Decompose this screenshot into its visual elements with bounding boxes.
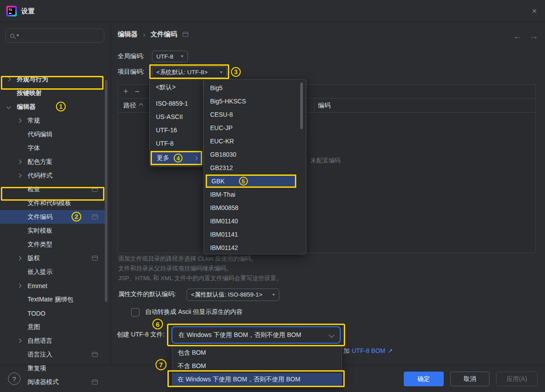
sidebar-item-todo[interactable]: TODO xyxy=(0,306,105,320)
sidebar-item-appearance-behavior[interactable]: 外观与行为 xyxy=(0,72,105,86)
table-hint-line-1: 添加文件或目录的路径并选择 CLion 应使用的编码。 xyxy=(118,254,257,264)
sidebar-item-label: 外观与行为 xyxy=(17,75,48,83)
sidebar-scrollbar[interactable] xyxy=(105,80,107,302)
sidebar-item-live-templates[interactable]: 实时模板 xyxy=(0,224,105,238)
sidebar-item-general[interactable]: 常规 xyxy=(0,114,105,127)
properties-encoding-label: 属性文件的默认编码: xyxy=(118,289,176,300)
sidebar-item-file-code-templates[interactable]: 文件和代码模板 xyxy=(0,196,105,210)
menu-item-more[interactable]: 更多 4 xyxy=(151,151,202,165)
menu-item-utf-16[interactable]: UTF-16 xyxy=(150,123,203,137)
sidebar-item-label: 代码样式 xyxy=(28,172,52,180)
menu-item-no-bom[interactable]: 不含 BOM xyxy=(172,360,342,373)
menu-item-iso-8859-1[interactable]: ISO-8859-1 xyxy=(150,97,203,110)
menu-item-big5[interactable]: Big5 xyxy=(204,81,306,95)
menu-item-cesu-8[interactable]: CESU-8 xyxy=(204,108,306,121)
menu-item-utf-8[interactable]: UTF-8 xyxy=(150,137,203,150)
menu-item-ibm-thai[interactable]: IBM-Thai xyxy=(204,188,306,201)
sidebar-item-language-injections[interactable]: 语言注入 xyxy=(0,348,105,361)
menu-item-gb18030[interactable]: GB18030 xyxy=(204,148,306,161)
menu-item-ibm01142[interactable]: IBM01142 xyxy=(204,241,306,254)
menu-item-big5-hkscs[interactable]: Big5-HKSCS xyxy=(204,95,306,108)
menu-item-ibm01141[interactable]: IBM01141 xyxy=(204,228,306,241)
ide-settings-icon xyxy=(92,352,98,357)
sidebar-item-textmate-bundles[interactable]: TextMate 捆绑包 xyxy=(0,293,105,306)
sidebar-item-inspections[interactable]: 检查 xyxy=(0,182,105,196)
back-arrow-icon[interactable]: ← xyxy=(513,31,522,41)
ide-settings-icon xyxy=(183,32,188,37)
cancel-button[interactable]: 取消 xyxy=(450,372,489,386)
global-encoding-select[interactable]: UTF-8 xyxy=(152,51,188,62)
bom-select[interactable]: 在 Windows 下使用 BOM，否则不使用 BOM xyxy=(171,326,341,344)
chevron-down-icon xyxy=(329,332,334,338)
annotation-2: 2 xyxy=(72,212,81,222)
project-encoding-label: 项目编码: xyxy=(118,66,144,78)
bom-options-menu: 包含 BOM 不含 BOM 在 Windows 下使用 BOM，否则不使用 BO… xyxy=(172,346,342,387)
search-history-chevron-icon[interactable] xyxy=(16,35,19,36)
sidebar-item-file-encodings[interactable]: 文件编码 2 xyxy=(0,210,105,224)
dropdown-arrow-icon xyxy=(181,55,183,57)
column-header-path[interactable]: 路径 xyxy=(118,102,143,110)
apply-button[interactable]: 应用(A) xyxy=(496,372,537,386)
sidebar-item-label: 意图 xyxy=(28,323,40,331)
sidebar-item-label: 文件编码 xyxy=(28,213,52,221)
sidebar-item-font[interactable]: 字体 xyxy=(0,141,105,155)
sidebar-item-label: 按键映射 xyxy=(17,89,42,97)
remove-icon[interactable]: − xyxy=(135,87,140,96)
help-button[interactable]: ? xyxy=(8,372,20,385)
sidebar-item-code-style[interactable]: 代码样式 xyxy=(0,169,105,182)
close-icon[interactable]: × xyxy=(528,5,541,17)
ide-settings-icon xyxy=(92,256,98,261)
chevron-right-icon xyxy=(17,119,22,123)
submenu-scrollbar[interactable] xyxy=(300,83,303,129)
ide-settings-icon xyxy=(92,214,98,219)
ok-button[interactable]: 确定 xyxy=(404,372,444,386)
sidebar-item-label: TextMate 捆绑包 xyxy=(28,296,73,304)
menu-item-ibm00858[interactable]: IBM00858 xyxy=(204,201,306,214)
bom-link[interactable]: UTF-8 BOM xyxy=(352,347,385,355)
menu-item-us-ascii[interactable]: US-ASCII xyxy=(150,110,203,123)
search-input[interactable] xyxy=(5,28,104,43)
annotation-3: 3 xyxy=(231,67,241,77)
project-encoding-select[interactable]: <系统默认: UTF-8> xyxy=(152,67,227,78)
properties-encoding-select[interactable]: <属性默认值: ISO-8859-1> xyxy=(187,289,279,301)
sidebar-item-label: 检查 xyxy=(28,186,40,194)
transliterate-label: 自动转换成 Ascii 但显示原生的内容 xyxy=(145,306,243,318)
chevron-right-icon xyxy=(17,160,22,164)
chevron-right-icon xyxy=(17,174,22,178)
add-icon[interactable]: + xyxy=(123,87,128,96)
sidebar-item-keymap[interactable]: 按键映射 xyxy=(0,86,105,100)
menu-item-default[interactable]: <默认> xyxy=(150,81,203,94)
menu-item-ibm01140[interactable]: IBM01140 xyxy=(204,214,306,228)
sidebar-item-natural-languages[interactable]: 自然语言 xyxy=(0,334,105,348)
column-header-encoding[interactable]: 编码 xyxy=(318,102,330,110)
sidebar-item-copyright[interactable]: 版权 xyxy=(0,251,105,265)
annotation-6: 6 xyxy=(152,319,163,329)
sidebar-item-emmet[interactable]: Emmet xyxy=(0,279,105,293)
menu-item-with-bom[interactable]: 包含 BOM xyxy=(172,346,342,360)
properties-encoding-value: <属性默认值: ISO-8859-1> xyxy=(191,291,263,299)
bom-link-prefix: 加 xyxy=(343,347,350,355)
sidebar-item-color-scheme[interactable]: 配色方案 xyxy=(0,155,105,169)
sidebar-item-file-types[interactable]: 文件类型 xyxy=(0,238,105,251)
menu-item-bom-windows-only[interactable]: 在 Windows 下使用 BOM，否则不使用 BOM xyxy=(172,373,342,386)
menu-item-euc-jp[interactable]: EUC-JP xyxy=(204,121,306,135)
sidebar-item-label: Emmet xyxy=(28,282,47,289)
sidebar-item-label: 语言注入 xyxy=(28,351,52,359)
sidebar-item-editor[interactable]: 编辑器 1 xyxy=(0,100,105,114)
sidebar-item-label: TODO xyxy=(28,310,45,317)
sidebar-item-intentions[interactable]: 意图 xyxy=(0,320,105,334)
menu-item-gbk[interactable]: GBK 5 xyxy=(206,174,296,188)
bom-label: 创建 UTF-8 文件: xyxy=(117,329,164,341)
breadcrumb-editor[interactable]: 编辑器 xyxy=(118,30,138,39)
forward-arrow-icon[interactable]: → xyxy=(529,31,538,41)
transliterate-checkbox[interactable] xyxy=(131,308,139,317)
breadcrumb-file-encodings[interactable]: 文件编码 xyxy=(151,30,177,39)
menu-item-gb2312[interactable]: GB2312 xyxy=(204,161,306,174)
sidebar-item-inlay-hints[interactable]: 嵌入提示 xyxy=(0,265,105,279)
annotation-7: 7 xyxy=(155,359,167,370)
sidebar-item-code-editing[interactable]: 代码编辑 xyxy=(0,127,105,141)
column-divider xyxy=(314,100,314,111)
menu-item-euc-kr[interactable]: EUC-KR xyxy=(204,135,306,148)
breadcrumb: 编辑器 › 文件编码 xyxy=(118,30,188,39)
sidebar-item-label: 实时模板 xyxy=(28,227,52,235)
